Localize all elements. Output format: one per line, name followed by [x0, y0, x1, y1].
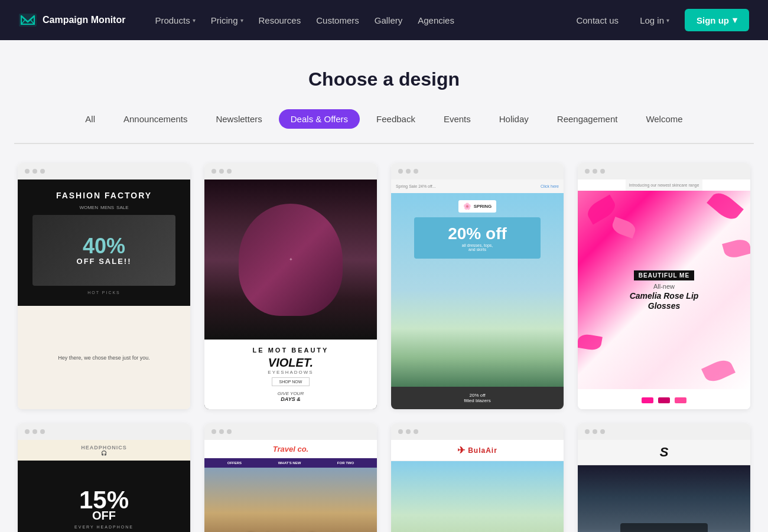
window-dot-18 — [227, 429, 232, 434]
window-dot-7 — [398, 169, 403, 174]
window-dot-2 — [32, 169, 37, 174]
window-dot-8 — [406, 169, 411, 174]
campaign-monitor-logo-icon — [19, 14, 37, 27]
window-dot-12 — [600, 169, 605, 174]
tab-all[interactable]: All — [73, 109, 107, 129]
nav-links-group: Products ▾ Pricing ▾ Resources Customers… — [149, 12, 570, 29]
signup-button[interactable]: Sign up ▾ — [685, 9, 749, 31]
template-card-5[interactable]: HEADPHONICS 🎧 15% OFF EVERY HEADPHONE SH… — [18, 423, 190, 532]
preview-2-text-area: LE MOT BEAUTY VIOLET. EYESHADOWS SHOP NO… — [204, 340, 377, 409]
template-preview-5: HEADPHONICS 🎧 15% OFF EVERY HEADPHONE SH… — [18, 440, 190, 532]
nav-gallery[interactable]: Gallery — [369, 12, 409, 29]
window-dot-4 — [211, 169, 216, 174]
window-dot-11 — [593, 169, 597, 174]
logo-link[interactable]: Campaign Monitor — [19, 14, 125, 27]
preview-4-product-text: BEAUTIFUL ME All-new Camelia Rose LipGlo… — [620, 260, 708, 321]
template-card-1[interactable]: FASHION FACTORY WOMENMENSSALE 40% OFF SA… — [18, 163, 190, 409]
window-dot-3 — [40, 169, 45, 174]
main-content: Choose a design All Announcements Newsle… — [0, 40, 768, 532]
tab-newsletters[interactable]: Newsletters — [204, 109, 274, 129]
template-card-3[interactable]: Spring Sale 24% off... Click here 🌸 SPRI… — [391, 163, 564, 409]
filter-tabs-bar: All Announcements Newsletters Deals & Of… — [14, 109, 754, 144]
template-preview-6: Travel co. OFFERS WHAT'S NEW FOR TWO Exp… — [204, 440, 377, 532]
card-header-2 — [204, 163, 377, 179]
template-preview-4: Introducing our newest skincare range BE… — [578, 179, 750, 409]
preview-2-image: ✦ — [204, 179, 377, 340]
window-dot-19 — [398, 429, 403, 434]
template-card-6[interactable]: Travel co. OFFERS WHAT'S NEW FOR TWO Exp… — [204, 423, 377, 532]
preview-1-discount: 40% — [77, 236, 132, 257]
logo-text: Campaign Monitor — [43, 15, 125, 25]
page-title: Choose a design — [14, 68, 754, 90]
tab-welcome[interactable]: Welcome — [634, 109, 694, 129]
window-dot-22 — [585, 429, 590, 434]
card-header-3 — [391, 163, 564, 179]
preview-2-product: VIOLET. — [211, 356, 370, 370]
window-dot-13 — [25, 429, 30, 434]
template-card-7[interactable]: ✈ BulaAir $199 Summer just got way more … — [391, 423, 564, 532]
card-header-7 — [391, 423, 564, 440]
preview-1-bottom: Hey there, we chose these just for you. — [18, 306, 190, 409]
template-card-4[interactable]: Introducing our newest skincare range BE… — [578, 163, 750, 409]
preview-3-percent: 20% off — [424, 224, 531, 243]
window-dot-1 — [25, 169, 30, 174]
nav-pricing[interactable]: Pricing ▾ — [205, 12, 249, 29]
window-dot-24 — [600, 429, 605, 434]
nav-resources[interactable]: Resources — [253, 12, 307, 29]
template-preview-8: S SUMMER SALE 50%OFF Hi there, here is a… — [578, 440, 750, 532]
card-header-8 — [578, 423, 750, 440]
template-preview-2: ✦ LE MOT BEAUTY VIOLET. EYESHADOWS SHOP … — [204, 179, 377, 409]
window-dot-10 — [585, 169, 590, 174]
tab-announcements[interactable]: Announcements — [112, 109, 199, 129]
window-dot-21 — [414, 429, 418, 434]
template-card-8[interactable]: S SUMMER SALE 50%OFF Hi there, here is a… — [578, 423, 750, 532]
preview-2-sub: EYESHADOWS — [211, 370, 370, 375]
nav-login[interactable]: Log in ▾ — [634, 12, 675, 29]
preview-5-promo-area: 15% OFF EVERY HEADPHONE SHOP NOW — [18, 461, 190, 532]
tab-reengagement[interactable]: Reengagement — [545, 109, 630, 129]
templates-grid: FASHION FACTORY WOMENMENSSALE 40% OFF SA… — [18, 163, 750, 532]
window-dot-17 — [219, 429, 224, 434]
template-preview-1: FASHION FACTORY WOMENMENSSALE 40% OFF SA… — [18, 179, 190, 409]
nav-contact[interactable]: Contact us — [570, 12, 624, 29]
login-chevron-icon: ▾ — [666, 17, 669, 24]
card-header-1 — [18, 163, 190, 179]
pricing-chevron-icon: ▾ — [240, 17, 243, 24]
window-dot-6 — [227, 169, 232, 174]
window-dot-15 — [40, 429, 45, 434]
window-dot-20 — [406, 429, 411, 434]
nav-agencies[interactable]: Agencies — [412, 12, 460, 29]
template-preview-7: ✈ BulaAir $199 Summer just got way more … — [391, 440, 564, 532]
window-dot-5 — [219, 169, 224, 174]
tab-deals-offers[interactable]: Deals & Offers — [279, 109, 360, 129]
nav-products[interactable]: Products ▾ — [149, 12, 201, 29]
window-dot-16 — [211, 429, 216, 434]
card-header-4 — [578, 163, 750, 179]
main-navigation: Campaign Monitor Products ▾ Pricing ▾ Re… — [0, 0, 768, 40]
window-dot-23 — [593, 429, 597, 434]
preview-4-bottom — [578, 389, 750, 409]
preview-2-face-art: ✦ — [204, 179, 377, 340]
signup-chevron-icon: ▾ — [733, 15, 737, 25]
nav-right-group: Contact us Log in ▾ Sign up ▾ — [570, 9, 749, 31]
preview-1-off-text: OFF SALE!! — [77, 257, 132, 266]
preview-1-top: FASHION FACTORY WOMENMENSSALE 40% OFF SA… — [18, 179, 190, 306]
products-chevron-icon: ▾ — [193, 17, 196, 24]
preview-1-store-name: FASHION FACTORY — [56, 191, 152, 200]
nav-customers[interactable]: Customers — [310, 12, 365, 29]
tab-holiday[interactable]: Holiday — [487, 109, 541, 129]
template-preview-3: Spring Sale 24% off... Click here 🌸 SPRI… — [391, 179, 564, 409]
card-header-5 — [18, 423, 190, 440]
card-header-6 — [204, 423, 377, 440]
tab-events[interactable]: Events — [432, 109, 483, 129]
preview-3-blazer-section: 20% off fitted blazers — [391, 387, 564, 409]
tab-feedback[interactable]: Feedback — [365, 109, 427, 129]
preview-4-pink-area: BEAUTIFUL ME All-new Camelia Rose LipGlo… — [578, 191, 750, 389]
preview-2-brand: LE MOT BEAUTY — [211, 347, 370, 354]
window-dot-14 — [32, 429, 37, 434]
template-card-2[interactable]: ✦ LE MOT BEAUTY VIOLET. EYESHADOWS SHOP … — [204, 163, 377, 409]
window-dot-9 — [414, 169, 418, 174]
